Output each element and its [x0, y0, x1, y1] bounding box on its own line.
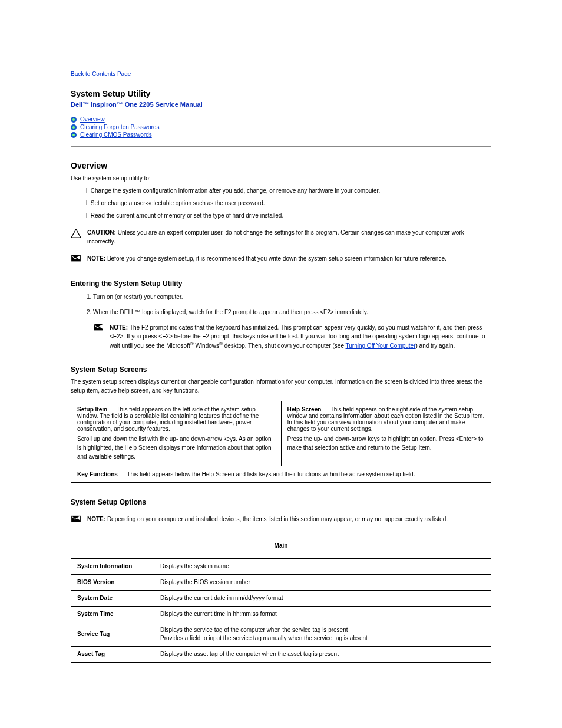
overview-bullet: l Change the system configuration inform… — [71, 186, 491, 195]
caution-text: Unless you are an expert computer user, … — [87, 229, 464, 245]
note-label: NOTE: — [110, 324, 130, 331]
screens-table: Setup Item — This field appears on the l… — [71, 401, 491, 483]
divider — [71, 146, 491, 147]
table-row: System DateDisplays the current date in … — [71, 591, 491, 607]
caution-icon — [71, 229, 81, 238]
options-note-text: Depending on your computer and installed… — [107, 516, 448, 522]
table-row: BIOS VersionDisplays the BIOS version nu… — [71, 575, 491, 591]
inner-note: NOTE: The F2 prompt indicates that the k… — [93, 323, 491, 350]
svg-point-3 — [72, 126, 75, 129]
table-row: System InformationDisplays the system na… — [71, 559, 491, 575]
note-label: NOTE: — [87, 255, 107, 262]
table-row: Service TagDisplays the service tag of t… — [71, 622, 491, 647]
entering-steps: Turn on (or restart) your computer. When… — [71, 292, 491, 317]
options-header-row: Main — [71, 533, 491, 559]
entering-heading: Entering the System Setup Utility — [71, 279, 491, 288]
topic-item: Clearing Forgotten Passwords — [71, 124, 491, 130]
inner-note-text: desktop. Then, shut down your computer (… — [223, 342, 346, 349]
svg-point-1 — [72, 118, 75, 121]
note-notice: NOTE: Before you change system setup, it… — [71, 254, 491, 264]
back-to-contents-link[interactable]: Back to Contents Page — [71, 71, 131, 77]
options-table: Main System InformationDisplays the syst… — [71, 533, 491, 663]
overview-intro: Use the system setup utility to: — [71, 174, 491, 183]
note-icon — [93, 324, 104, 333]
screens-cell: Key Functions — This field appears below… — [71, 466, 491, 483]
step: Turn on (or restart) your computer. — [93, 292, 491, 302]
table-row: System TimeDisplays the current time in … — [71, 607, 491, 622]
overview-heading: Overview — [71, 161, 491, 170]
bullet-icon — [71, 124, 77, 130]
overview-bullet: l Read the current amount of memory or s… — [71, 211, 491, 220]
screens-heading: System Setup Screens — [71, 365, 491, 374]
svg-point-5 — [72, 134, 75, 136]
topic-item: Overview — [71, 116, 491, 123]
screens-intro: The system setup screen displays current… — [71, 377, 491, 395]
inner-note-text: ) and try again. — [416, 342, 455, 349]
bullet-icon — [71, 132, 77, 138]
bullet-icon — [71, 117, 77, 123]
step: When the DELL™ logo is displayed, watch … — [93, 308, 491, 317]
options-heading: System Setup Options — [71, 498, 491, 506]
turning-off-link[interactable]: Turning Off Your Computer — [346, 342, 416, 349]
caution-notice: CAUTION: Unless you are an expert comput… — [71, 228, 491, 246]
svg-marker-6 — [71, 229, 81, 238]
manual-subtitle: Dell™ Inspiron™ One 2205 Service Manual — [71, 101, 491, 108]
note-icon — [71, 515, 81, 525]
note-label: NOTE: — [87, 516, 107, 522]
note-icon — [71, 255, 81, 264]
topic-link[interactable]: Clearing CMOS Passwords — [80, 131, 152, 138]
topic-link[interactable]: Overview — [80, 116, 105, 123]
note-text: Before you change system setup, it is re… — [107, 255, 447, 262]
topic-list: Overview Clearing Forgotten Passwords Cl… — [71, 116, 491, 138]
caution-label: CAUTION: — [87, 229, 118, 236]
page-title: System Setup Utility — [71, 89, 491, 98]
overview-bullet: l Set or change a user-selectable option… — [71, 199, 491, 207]
options-note: NOTE: Depending on your computer and ins… — [71, 515, 491, 525]
inner-note-text: Windows — [194, 342, 219, 349]
options-main-header: Main — [71, 533, 491, 559]
screens-cell: Setup Item — This field appears on the l… — [71, 401, 282, 466]
table-row: Asset TagDisplays the asset tag of the c… — [71, 647, 491, 663]
topic-link[interactable]: Clearing Forgotten Passwords — [80, 124, 160, 130]
topic-item: Clearing CMOS Passwords — [71, 131, 491, 138]
screens-cell: Help Screen — This field appears on the … — [281, 401, 491, 466]
